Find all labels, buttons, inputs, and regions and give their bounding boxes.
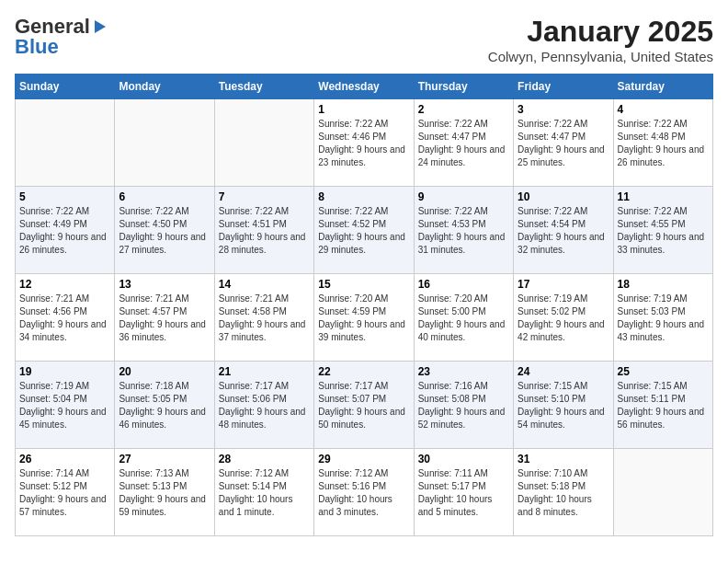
- day-number: 29: [318, 453, 409, 465]
- calendar-cell: 30Sunrise: 7:11 AM Sunset: 5:17 PM Dayli…: [414, 449, 513, 536]
- day-info: Sunrise: 7:22 AM Sunset: 4:49 PM Dayligh…: [19, 205, 110, 257]
- day-number: 4: [618, 103, 709, 116]
- day-info: Sunrise: 7:22 AM Sunset: 4:47 PM Dayligh…: [418, 118, 509, 169]
- day-number: 26: [19, 453, 110, 465]
- calendar-cell: 18Sunrise: 7:19 AM Sunset: 5:03 PM Dayli…: [613, 274, 712, 362]
- month-title: January 2025: [488, 15, 713, 49]
- calendar-cell: 29Sunrise: 7:12 AM Sunset: 5:16 PM Dayli…: [314, 449, 414, 536]
- calendar-cell: 2Sunrise: 7:22 AM Sunset: 4:47 PM Daylig…: [414, 99, 513, 187]
- day-info: Sunrise: 7:19 AM Sunset: 5:04 PM Dayligh…: [19, 380, 110, 431]
- calendar-cell: 5Sunrise: 7:22 AM Sunset: 4:49 PM Daylig…: [16, 187, 115, 274]
- day-number: 17: [518, 278, 609, 291]
- calendar-cell: 4Sunrise: 7:22 AM Sunset: 4:48 PM Daylig…: [613, 99, 712, 187]
- weekday-header-wednesday: Wednesday: [314, 75, 414, 99]
- svg-marker-0: [95, 20, 106, 33]
- day-info: Sunrise: 7:22 AM Sunset: 4:55 PM Dayligh…: [618, 205, 709, 257]
- title-block: January 2025 Colwyn, Pennsylvania, Unite…: [488, 15, 713, 64]
- day-info: Sunrise: 7:12 AM Sunset: 5:14 PM Dayligh…: [219, 467, 310, 519]
- calendar-week-row: 26Sunrise: 7:14 AM Sunset: 5:12 PM Dayli…: [16, 449, 713, 536]
- day-info: Sunrise: 7:11 AM Sunset: 5:17 PM Dayligh…: [418, 467, 509, 519]
- calendar-cell: 6Sunrise: 7:22 AM Sunset: 4:50 PM Daylig…: [115, 187, 214, 274]
- day-info: Sunrise: 7:17 AM Sunset: 5:07 PM Dayligh…: [318, 380, 409, 431]
- day-info: Sunrise: 7:21 AM Sunset: 4:56 PM Dayligh…: [19, 293, 110, 344]
- weekday-header-friday: Friday: [514, 75, 613, 99]
- day-number: 22: [318, 365, 409, 378]
- day-info: Sunrise: 7:22 AM Sunset: 4:47 PM Dayligh…: [518, 118, 609, 169]
- calendar-cell: 16Sunrise: 7:20 AM Sunset: 5:00 PM Dayli…: [414, 274, 513, 362]
- day-number: 14: [219, 278, 310, 291]
- day-info: Sunrise: 7:22 AM Sunset: 4:51 PM Dayligh…: [219, 205, 310, 257]
- calendar-cell: 31Sunrise: 7:10 AM Sunset: 5:18 PM Dayli…: [514, 449, 613, 536]
- calendar-cell: [115, 99, 214, 187]
- day-info: Sunrise: 7:22 AM Sunset: 4:48 PM Dayligh…: [618, 118, 709, 169]
- calendar-cell: 19Sunrise: 7:19 AM Sunset: 5:04 PM Dayli…: [16, 362, 115, 449]
- day-number: 12: [19, 278, 110, 291]
- calendar-cell: 23Sunrise: 7:16 AM Sunset: 5:08 PM Dayli…: [414, 362, 513, 449]
- logo: General Blue: [15, 15, 108, 59]
- calendar-week-row: 19Sunrise: 7:19 AM Sunset: 5:04 PM Dayli…: [16, 362, 713, 449]
- calendar-cell: 27Sunrise: 7:13 AM Sunset: 5:13 PM Dayli…: [115, 449, 214, 536]
- day-info: Sunrise: 7:19 AM Sunset: 5:02 PM Dayligh…: [518, 293, 609, 344]
- day-number: 20: [119, 365, 210, 378]
- day-info: Sunrise: 7:20 AM Sunset: 4:59 PM Dayligh…: [318, 293, 409, 344]
- day-info: Sunrise: 7:10 AM Sunset: 5:18 PM Dayligh…: [518, 467, 609, 519]
- calendar-cell: 7Sunrise: 7:22 AM Sunset: 4:51 PM Daylig…: [214, 187, 313, 274]
- calendar-cell: [214, 99, 313, 187]
- logo-blue: Blue: [15, 35, 59, 59]
- calendar-cell: 1Sunrise: 7:22 AM Sunset: 4:46 PM Daylig…: [314, 99, 414, 187]
- calendar-cell: 17Sunrise: 7:19 AM Sunset: 5:02 PM Dayli…: [514, 274, 613, 362]
- day-info: Sunrise: 7:12 AM Sunset: 5:16 PM Dayligh…: [318, 467, 409, 519]
- day-info: Sunrise: 7:22 AM Sunset: 4:50 PM Dayligh…: [119, 205, 210, 257]
- location: Colwyn, Pennsylvania, United States: [488, 49, 713, 64]
- logo-icon: [91, 18, 108, 35]
- day-number: 8: [318, 190, 409, 203]
- day-info: Sunrise: 7:22 AM Sunset: 4:46 PM Dayligh…: [318, 118, 409, 169]
- day-number: 5: [19, 190, 110, 203]
- day-info: Sunrise: 7:14 AM Sunset: 5:12 PM Dayligh…: [19, 467, 110, 519]
- calendar-body: 1Sunrise: 7:22 AM Sunset: 4:46 PM Daylig…: [16, 99, 713, 536]
- day-number: 7: [219, 190, 310, 203]
- calendar-cell: 10Sunrise: 7:22 AM Sunset: 4:54 PM Dayli…: [514, 187, 613, 274]
- day-number: 24: [518, 365, 609, 378]
- calendar-cell: 22Sunrise: 7:17 AM Sunset: 5:07 PM Dayli…: [314, 362, 414, 449]
- day-number: 23: [418, 365, 509, 378]
- day-info: Sunrise: 7:19 AM Sunset: 5:03 PM Dayligh…: [618, 293, 709, 344]
- day-info: Sunrise: 7:15 AM Sunset: 5:11 PM Dayligh…: [618, 380, 709, 431]
- calendar-week-row: 12Sunrise: 7:21 AM Sunset: 4:56 PM Dayli…: [16, 274, 713, 362]
- calendar-cell: 26Sunrise: 7:14 AM Sunset: 5:12 PM Dayli…: [16, 449, 115, 536]
- day-info: Sunrise: 7:15 AM Sunset: 5:10 PM Dayligh…: [518, 380, 609, 431]
- day-number: 21: [219, 365, 310, 378]
- calendar-cell: 28Sunrise: 7:12 AM Sunset: 5:14 PM Dayli…: [214, 449, 313, 536]
- day-number: 10: [518, 190, 609, 203]
- day-info: Sunrise: 7:21 AM Sunset: 4:57 PM Dayligh…: [119, 293, 210, 344]
- calendar-cell: 3Sunrise: 7:22 AM Sunset: 4:47 PM Daylig…: [514, 99, 613, 187]
- day-number: 13: [119, 278, 210, 291]
- day-number: 27: [119, 453, 210, 465]
- calendar-cell: 21Sunrise: 7:17 AM Sunset: 5:06 PM Dayli…: [214, 362, 313, 449]
- calendar-cell: 9Sunrise: 7:22 AM Sunset: 4:53 PM Daylig…: [414, 187, 513, 274]
- day-number: 3: [518, 103, 609, 116]
- day-number: 30: [418, 453, 509, 465]
- calendar-cell: [16, 99, 115, 187]
- day-number: 2: [418, 103, 509, 116]
- weekday-header-thursday: Thursday: [414, 75, 513, 99]
- day-number: 25: [618, 365, 709, 378]
- day-info: Sunrise: 7:13 AM Sunset: 5:13 PM Dayligh…: [119, 467, 210, 519]
- day-info: Sunrise: 7:22 AM Sunset: 4:52 PM Dayligh…: [318, 205, 409, 257]
- day-number: 18: [618, 278, 709, 291]
- day-number: 15: [318, 278, 409, 291]
- page-header: General Blue January 2025 Colwyn, Pennsy…: [15, 15, 713, 64]
- weekday-header-sunday: Sunday: [16, 75, 115, 99]
- day-number: 16: [418, 278, 509, 291]
- calendar-cell: 20Sunrise: 7:18 AM Sunset: 5:05 PM Dayli…: [115, 362, 214, 449]
- day-number: 31: [518, 453, 609, 465]
- day-info: Sunrise: 7:22 AM Sunset: 4:53 PM Dayligh…: [418, 205, 509, 257]
- calendar-table: SundayMondayTuesdayWednesdayThursdayFrid…: [15, 74, 713, 536]
- day-info: Sunrise: 7:18 AM Sunset: 5:05 PM Dayligh…: [119, 380, 210, 431]
- calendar-cell: 12Sunrise: 7:21 AM Sunset: 4:56 PM Dayli…: [16, 274, 115, 362]
- day-number: 19: [19, 365, 110, 378]
- day-number: 9: [418, 190, 509, 203]
- weekday-header-saturday: Saturday: [613, 75, 712, 99]
- day-number: 6: [119, 190, 210, 203]
- day-number: 11: [618, 190, 709, 203]
